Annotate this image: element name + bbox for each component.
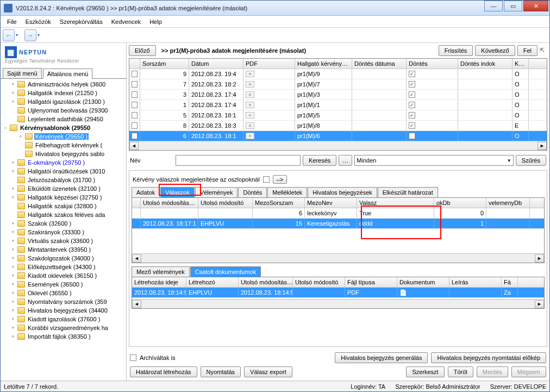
search-button[interactable]: Keresés [303,155,336,166]
documents-row[interactable]: 2012.08.23. 18:14:5EHPLVU2012.08.23. 18:… [132,288,544,298]
cancel-button[interactable]: Mégsem [511,366,546,377]
grid-row[interactable]: 52012.08.23. 18:1apr1(M)/5O [129,110,547,121]
lefttab-own[interactable]: Saját menü [3,68,42,78]
delete-button[interactable]: Töröl [448,366,473,377]
tab-vélemények[interactable]: Vélemények [195,187,238,197]
grid-header[interactable]: K… [512,59,529,69]
tree-item[interactable]: +Mintatantervek (33950 ) [1,245,126,254]
answers-row[interactable]: 2012.08.23. 18:17:1EHPLVU15Keresetigazol… [132,219,544,229]
refresh-button[interactable]: Frissítés [439,45,473,56]
tree-item[interactable]: +Korábbi vizsgaeredmények ha [1,323,126,332]
nav-back-dropdown[interactable]: ▾ [16,33,21,38]
answers-header[interactable]: MezoNev [305,198,357,208]
tree-item[interactable]: Hallgatók szakos féléves ada [1,210,126,219]
filter-button[interactable]: Szűrés [516,155,546,166]
grid-header[interactable]: Dátum [189,59,243,69]
tab-döntés[interactable]: Döntés [238,187,267,197]
lefttab-general[interactable]: Általános menü [43,69,93,79]
answers-header[interactable]: Utolsó módosítás… [141,198,198,208]
tab-adatok[interactable]: Adatok [132,187,160,197]
tree-item[interactable]: +Kiadott oklevelek (36150 ) [1,271,126,280]
tab-elkészült határozat[interactable]: Elkészült határozat [378,187,438,197]
tree-item[interactable]: +Elküldött üzenetek (32100 ) [1,184,126,193]
subtab[interactable]: Mező vélemények [132,266,190,277]
grid-header[interactable]: Sorszám [140,59,189,69]
tree-item[interactable]: +Virtuális szakok (33600 ) [1,237,126,245]
tree-item[interactable]: Hallgatók szakjai (32800 ) [1,202,126,210]
answers-hscrollbar[interactable]: ◄► [132,253,544,263]
tree-item[interactable]: −Kérvénysablonok (29550 [1,123,126,132]
tree-item[interactable]: +Szakirányok (33300 ) [1,228,126,237]
pin-icon[interactable]: ⇱ [540,47,547,54]
answers-grid[interactable]: Utolsó módosítás…Utolsó módosítóMezoSors… [132,198,545,263]
tree-item[interactable]: +Hallgatói igazolások (21300 ) [1,97,126,106]
tree-item[interactable]: +Szakok (32600 ) [1,219,126,228]
tab-válaszok[interactable]: Válaszok [160,187,195,197]
nav-forward-dropdown[interactable]: ▾ [38,33,43,38]
next-button[interactable]: Következő [475,45,515,56]
documents-header[interactable]: Dokumentum [397,277,449,287]
answers-header[interactable]: Valasz [357,198,434,208]
nav-forward-button[interactable]: → [24,29,36,41]
answers-header[interactable]: MezoSorszam [253,198,305,208]
subtab[interactable]: Csatolt dokumentumok [190,266,261,277]
tree-item[interactable]: +Események (36500 ) [1,280,126,289]
tab-hivatalos bejegyzések[interactable]: Hivatalos bejegyzések [308,187,377,197]
grid-header[interactable]: Hallgató kérvény… [295,59,352,69]
answers-row[interactable]: 6leckekönyvTrue0 [132,208,544,219]
menu-help[interactable]: Help [145,17,166,27]
tree-item[interactable]: +Nyomtatvány sorszámok (359 [1,297,126,306]
grid-header[interactable]: PDF [243,59,295,69]
answers-header[interactable] [132,198,141,208]
tree-item[interactable]: +E-okmányok (29750 ) [1,158,126,167]
tree-item[interactable]: +Előképzettségek (34300 ) [1,263,126,271]
search-combo[interactable]: Minden▼ [354,155,513,166]
tree-item[interactable]: +Oklevél (36550 ) [1,289,126,297]
tree-item[interactable]: Ujjlenyomat beolvasás (29300 [1,106,126,115]
documents-header[interactable]: Létrehozó [186,277,239,287]
grid-row[interactable]: 92012.08.23. 19:4apr1(M)/9O [129,69,547,79]
documents-header[interactable]: Utolsó módosítás… [239,277,293,287]
tree-item[interactable]: +Hallgatói óraütközések (3010 [1,167,126,176]
documents-header[interactable]: Leírás [449,277,502,287]
print-button[interactable]: Nyomtatás [201,366,241,377]
tree-item[interactable]: Hivatalos bejegyzés sablo [1,150,126,158]
tab-mellékletek[interactable]: Mellékletek [267,187,307,197]
maximize-button[interactable]: ▭ [504,1,522,11]
answers-header[interactable]: okDb [434,198,486,208]
documents-header[interactable]: Létrehozás ideje [132,277,186,287]
tree-item[interactable]: +Hallgatók képzései (32750 ) [1,193,126,202]
tree-item[interactable]: +Hivatalos bejegyzések (34400 [1,306,126,315]
grid-row[interactable]: 12012.08.23. 17:4apr1(M)/1O [129,100,547,110]
print-preview-button[interactable]: Hivatalos bejegyzés nyomtatási előkép [431,352,546,363]
answers-header[interactable]: velemenyDb [486,198,530,208]
gen-entry-button[interactable]: Hivatalos bejegyzés generálás [335,352,428,363]
apply-arrow-button[interactable]: –> [273,175,288,184]
tree-item[interactable]: +Szakdolgozatok (34000 ) [1,254,126,263]
nav-back-button[interactable]: ← [3,29,15,41]
grid-row[interactable]: 82012.08.23. 18:3apr1(M)/8E [129,121,547,131]
tree-item[interactable]: Jelszószabályok (31700 ) [1,176,126,184]
documents-grid[interactable]: Létrehozás idejeLétrehozóUtolsó módosítá… [132,277,545,309]
tree-item[interactable]: Lejelentett adathibák (29450 [1,115,126,123]
menu-tools[interactable]: Eszközök [21,17,55,27]
prev-button[interactable]: Előző [129,45,156,56]
tree-item[interactable]: Félbehagyott kérvények ( [1,141,126,150]
archived-checkbox[interactable] [130,354,136,361]
documents-hscrollbar[interactable]: ◄► [132,299,544,308]
search-more-button[interactable]: … [339,155,352,166]
menu-role[interactable]: Szerepkörváltás [55,17,107,27]
grid-row[interactable]: 62012.08.23. 18:1apr1(M)/6O [129,131,547,141]
search-input[interactable] [176,155,301,166]
documents-header[interactable]: Fá [502,277,518,287]
main-grid[interactable]: SorszámDátumPDFHallgató kérvény…Döntés d… [129,58,547,151]
show-answers-checkbox[interactable] [263,176,270,183]
create-decision-button[interactable]: Határozat létrehozás [130,366,197,377]
minimize-button[interactable]: — [484,1,503,11]
tree-item[interactable]: +Hallgatók indexei (21250 ) [1,89,126,97]
tree-item[interactable]: +Kiadott igazolások (37600 ) [1,315,126,323]
export-answer-button[interactable]: Válasz export [244,366,292,377]
grid-header[interactable]: Döntés dátuma [352,59,407,69]
tree-item[interactable]: +Kérvények (29650 ) [1,132,126,141]
grid-row[interactable]: 32012.08.23. 17:4apr1(M)/3O [129,90,547,100]
